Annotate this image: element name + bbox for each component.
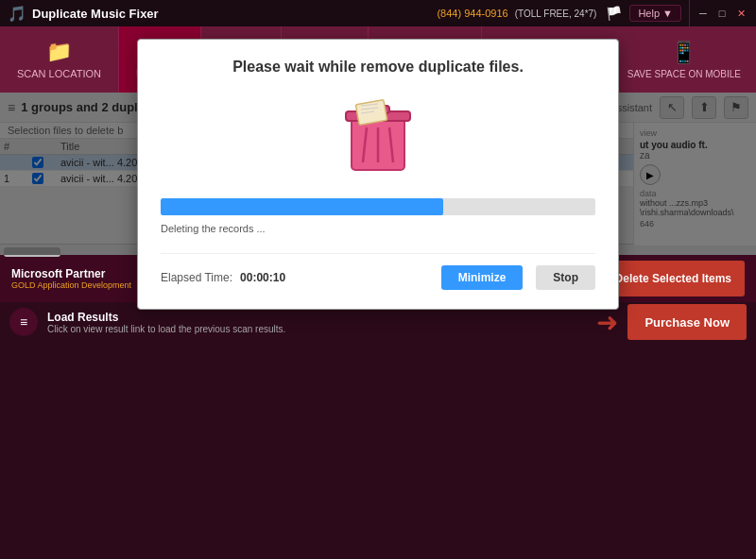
nav-scan-location[interactable]: 📁 SCAN LOCATION	[0, 26, 119, 93]
svg-rect-6	[355, 99, 387, 125]
modal-icon-area	[161, 94, 595, 179]
nav-save-space[interactable]: 📱 SAVE SPACE ON MOBILE	[612, 33, 756, 87]
progress-bar-container	[161, 198, 595, 215]
footer-arrow-icon: ➜	[596, 307, 618, 338]
app-title: Duplicate Music Fixer	[32, 7, 159, 21]
close-button[interactable]: ✕	[733, 6, 748, 21]
progress-modal: Please wait while remove duplicate files…	[137, 39, 619, 310]
flag-icon[interactable]: 🏳️	[606, 6, 622, 21]
app-logo: 🎵 Duplicate Music Fixer	[8, 5, 437, 23]
modal-title: Please wait while remove duplicate files…	[161, 59, 595, 76]
footer-subtitle: Click on view result link to load the pr…	[47, 324, 587, 334]
modal-footer: Elapsed Time: 00:00:10 Minimize Stop	[161, 253, 595, 290]
delete-selected-button[interactable]: Delete Selected Items	[602, 261, 745, 296]
phone-number: (844) 944-0916 (TOLL FREE, 24*7)	[437, 8, 596, 19]
nav-right: 📱 SAVE SPACE ON MOBILE	[612, 26, 756, 93]
scan-location-label: SCAN LOCATION	[17, 68, 101, 79]
elapsed-time: 00:00:10	[240, 271, 285, 284]
trash-icon	[340, 94, 416, 179]
ms-partner-title: Microsoft Partner	[11, 267, 131, 280]
minimize-button[interactable]: Minimize	[441, 265, 524, 290]
modal-overlay: Please wait while remove duplicate files…	[0, 93, 756, 255]
save-space-icon: 📱	[671, 41, 696, 65]
ms-partner: Microsoft Partner GOLD Application Devel…	[11, 267, 131, 290]
purchase-now-button[interactable]: Purchase Now	[627, 304, 747, 340]
load-icon: ≡	[20, 314, 27, 330]
minimize-button[interactable]: ─	[696, 6, 711, 21]
title-bar: 🎵 Duplicate Music Fixer (844) 944-0916 (…	[0, 0, 756, 26]
window-controls: ─ □ ✕	[687, 0, 748, 27]
progress-text: Deleting the records ...	[161, 223, 595, 234]
footer-title: Load Results	[47, 311, 587, 324]
footer-icon: ≡	[9, 308, 38, 336]
maximize-button[interactable]: □	[714, 6, 730, 21]
scan-location-icon: 📁	[46, 40, 72, 64]
logo-icon: 🎵	[8, 5, 26, 23]
progress-bar-fill	[161, 198, 443, 215]
elapsed-label: Elapsed Time:	[161, 271, 232, 284]
save-space-label: SAVE SPACE ON MOBILE	[627, 69, 741, 79]
stop-button[interactable]: Stop	[536, 265, 595, 290]
footer-text: Load Results Click on view result link t…	[47, 311, 587, 334]
help-button[interactable]: Help ▼	[629, 5, 681, 22]
divider	[689, 0, 690, 27]
ms-partner-sub: GOLD Application Development	[11, 280, 131, 290]
